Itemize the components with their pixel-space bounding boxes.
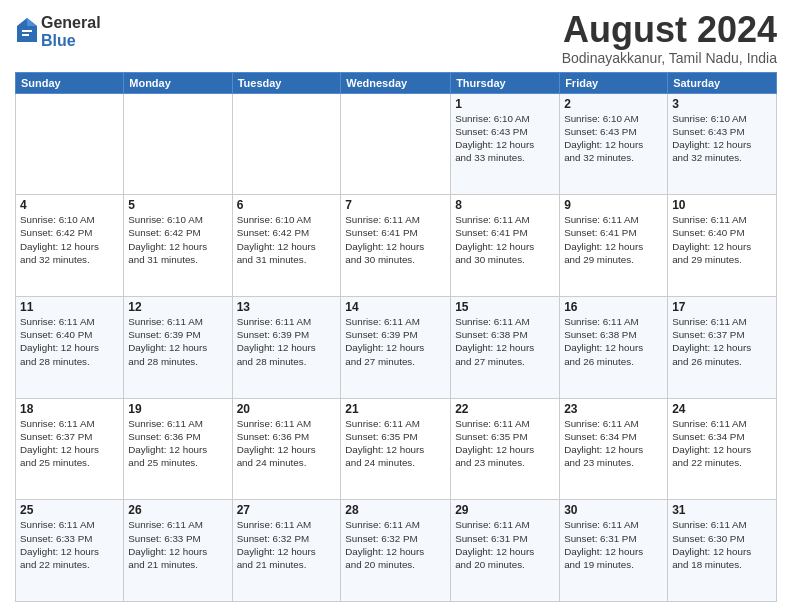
day-number: 17: [672, 300, 772, 314]
calendar-cell: 24Sunrise: 6:11 AM Sunset: 6:34 PM Dayli…: [668, 398, 777, 500]
weekday-header-monday: Monday: [124, 72, 232, 93]
day-number: 26: [128, 503, 227, 517]
day-info: Sunrise: 6:11 AM Sunset: 6:34 PM Dayligh…: [672, 417, 772, 470]
logo-text: General Blue: [41, 14, 101, 49]
day-number: 14: [345, 300, 446, 314]
day-info: Sunrise: 6:11 AM Sunset: 6:35 PM Dayligh…: [345, 417, 446, 470]
page: General Blue August 2024 Bodinayakkanur,…: [0, 0, 792, 612]
day-info: Sunrise: 6:10 AM Sunset: 6:42 PM Dayligh…: [128, 213, 227, 266]
day-info: Sunrise: 6:11 AM Sunset: 6:39 PM Dayligh…: [128, 315, 227, 368]
calendar-cell: 19Sunrise: 6:11 AM Sunset: 6:36 PM Dayli…: [124, 398, 232, 500]
weekday-header-thursday: Thursday: [451, 72, 560, 93]
day-number: 29: [455, 503, 555, 517]
day-info: Sunrise: 6:11 AM Sunset: 6:37 PM Dayligh…: [672, 315, 772, 368]
title-block: August 2024 Bodinayakkanur, Tamil Nadu, …: [562, 10, 777, 66]
logo: General Blue: [15, 14, 101, 49]
calendar-cell: 8Sunrise: 6:11 AM Sunset: 6:41 PM Daylig…: [451, 195, 560, 297]
day-number: 6: [237, 198, 337, 212]
calendar-cell: 2Sunrise: 6:10 AM Sunset: 6:43 PM Daylig…: [560, 93, 668, 195]
day-number: 16: [564, 300, 663, 314]
calendar-week-5: 25Sunrise: 6:11 AM Sunset: 6:33 PM Dayli…: [16, 500, 777, 602]
day-info: Sunrise: 6:10 AM Sunset: 6:42 PM Dayligh…: [20, 213, 119, 266]
calendar-cell: 9Sunrise: 6:11 AM Sunset: 6:41 PM Daylig…: [560, 195, 668, 297]
svg-rect-2: [22, 30, 32, 32]
day-number: 2: [564, 97, 663, 111]
location-subtitle: Bodinayakkanur, Tamil Nadu, India: [562, 50, 777, 66]
day-number: 5: [128, 198, 227, 212]
day-number: 1: [455, 97, 555, 111]
calendar-table: SundayMondayTuesdayWednesdayThursdayFrid…: [15, 72, 777, 602]
day-number: 20: [237, 402, 337, 416]
day-info: Sunrise: 6:10 AM Sunset: 6:43 PM Dayligh…: [564, 112, 663, 165]
day-number: 11: [20, 300, 119, 314]
calendar-cell: 21Sunrise: 6:11 AM Sunset: 6:35 PM Dayli…: [341, 398, 451, 500]
calendar-cell: [16, 93, 124, 195]
day-info: Sunrise: 6:11 AM Sunset: 6:36 PM Dayligh…: [128, 417, 227, 470]
calendar-cell: 31Sunrise: 6:11 AM Sunset: 6:30 PM Dayli…: [668, 500, 777, 602]
day-info: Sunrise: 6:11 AM Sunset: 6:31 PM Dayligh…: [455, 518, 555, 571]
calendar-cell: 11Sunrise: 6:11 AM Sunset: 6:40 PM Dayli…: [16, 296, 124, 398]
calendar-week-2: 4Sunrise: 6:10 AM Sunset: 6:42 PM Daylig…: [16, 195, 777, 297]
day-info: Sunrise: 6:10 AM Sunset: 6:43 PM Dayligh…: [455, 112, 555, 165]
calendar-cell: 6Sunrise: 6:10 AM Sunset: 6:42 PM Daylig…: [232, 195, 341, 297]
day-info: Sunrise: 6:11 AM Sunset: 6:41 PM Dayligh…: [345, 213, 446, 266]
calendar-cell: 18Sunrise: 6:11 AM Sunset: 6:37 PM Dayli…: [16, 398, 124, 500]
day-info: Sunrise: 6:11 AM Sunset: 6:35 PM Dayligh…: [455, 417, 555, 470]
calendar-cell: 17Sunrise: 6:11 AM Sunset: 6:37 PM Dayli…: [668, 296, 777, 398]
day-number: 4: [20, 198, 119, 212]
logo-blue-text: Blue: [41, 32, 101, 50]
day-info: Sunrise: 6:11 AM Sunset: 6:32 PM Dayligh…: [237, 518, 337, 571]
day-info: Sunrise: 6:11 AM Sunset: 6:40 PM Dayligh…: [672, 213, 772, 266]
weekday-header-wednesday: Wednesday: [341, 72, 451, 93]
calendar-cell: 30Sunrise: 6:11 AM Sunset: 6:31 PM Dayli…: [560, 500, 668, 602]
day-number: 31: [672, 503, 772, 517]
day-number: 22: [455, 402, 555, 416]
day-info: Sunrise: 6:11 AM Sunset: 6:40 PM Dayligh…: [20, 315, 119, 368]
day-number: 23: [564, 402, 663, 416]
calendar-cell: [124, 93, 232, 195]
calendar-cell: 13Sunrise: 6:11 AM Sunset: 6:39 PM Dayli…: [232, 296, 341, 398]
calendar-cell: 22Sunrise: 6:11 AM Sunset: 6:35 PM Dayli…: [451, 398, 560, 500]
calendar-cell: 15Sunrise: 6:11 AM Sunset: 6:38 PM Dayli…: [451, 296, 560, 398]
calendar-week-4: 18Sunrise: 6:11 AM Sunset: 6:37 PM Dayli…: [16, 398, 777, 500]
weekday-header-sunday: Sunday: [16, 72, 124, 93]
calendar-cell: 26Sunrise: 6:11 AM Sunset: 6:33 PM Dayli…: [124, 500, 232, 602]
day-number: 21: [345, 402, 446, 416]
day-number: 25: [20, 503, 119, 517]
day-info: Sunrise: 6:11 AM Sunset: 6:41 PM Dayligh…: [455, 213, 555, 266]
calendar-cell: 23Sunrise: 6:11 AM Sunset: 6:34 PM Dayli…: [560, 398, 668, 500]
day-number: 24: [672, 402, 772, 416]
day-number: 28: [345, 503, 446, 517]
calendar-cell: [341, 93, 451, 195]
svg-rect-3: [22, 34, 29, 36]
calendar-week-1: 1Sunrise: 6:10 AM Sunset: 6:43 PM Daylig…: [16, 93, 777, 195]
calendar-cell: 5Sunrise: 6:10 AM Sunset: 6:42 PM Daylig…: [124, 195, 232, 297]
day-info: Sunrise: 6:11 AM Sunset: 6:32 PM Dayligh…: [345, 518, 446, 571]
header: General Blue August 2024 Bodinayakkanur,…: [15, 10, 777, 66]
month-title: August 2024: [562, 10, 777, 50]
weekday-header-tuesday: Tuesday: [232, 72, 341, 93]
day-number: 27: [237, 503, 337, 517]
day-info: Sunrise: 6:11 AM Sunset: 6:39 PM Dayligh…: [345, 315, 446, 368]
calendar-cell: 16Sunrise: 6:11 AM Sunset: 6:38 PM Dayli…: [560, 296, 668, 398]
svg-marker-1: [27, 18, 37, 26]
calendar-cell: 7Sunrise: 6:11 AM Sunset: 6:41 PM Daylig…: [341, 195, 451, 297]
day-info: Sunrise: 6:11 AM Sunset: 6:38 PM Dayligh…: [455, 315, 555, 368]
day-number: 8: [455, 198, 555, 212]
day-info: Sunrise: 6:11 AM Sunset: 6:38 PM Dayligh…: [564, 315, 663, 368]
calendar-cell: 25Sunrise: 6:11 AM Sunset: 6:33 PM Dayli…: [16, 500, 124, 602]
day-info: Sunrise: 6:10 AM Sunset: 6:43 PM Dayligh…: [672, 112, 772, 165]
calendar-cell: [232, 93, 341, 195]
day-number: 3: [672, 97, 772, 111]
calendar-cell: 20Sunrise: 6:11 AM Sunset: 6:36 PM Dayli…: [232, 398, 341, 500]
calendar-cell: 28Sunrise: 6:11 AM Sunset: 6:32 PM Dayli…: [341, 500, 451, 602]
day-info: Sunrise: 6:11 AM Sunset: 6:33 PM Dayligh…: [20, 518, 119, 571]
logo-general-text: General: [41, 14, 101, 32]
calendar-cell: 12Sunrise: 6:11 AM Sunset: 6:39 PM Dayli…: [124, 296, 232, 398]
calendar-cell: 10Sunrise: 6:11 AM Sunset: 6:40 PM Dayli…: [668, 195, 777, 297]
day-number: 19: [128, 402, 227, 416]
weekday-header-row: SundayMondayTuesdayWednesdayThursdayFrid…: [16, 72, 777, 93]
calendar-cell: 3Sunrise: 6:10 AM Sunset: 6:43 PM Daylig…: [668, 93, 777, 195]
calendar-cell: 29Sunrise: 6:11 AM Sunset: 6:31 PM Dayli…: [451, 500, 560, 602]
day-number: 13: [237, 300, 337, 314]
